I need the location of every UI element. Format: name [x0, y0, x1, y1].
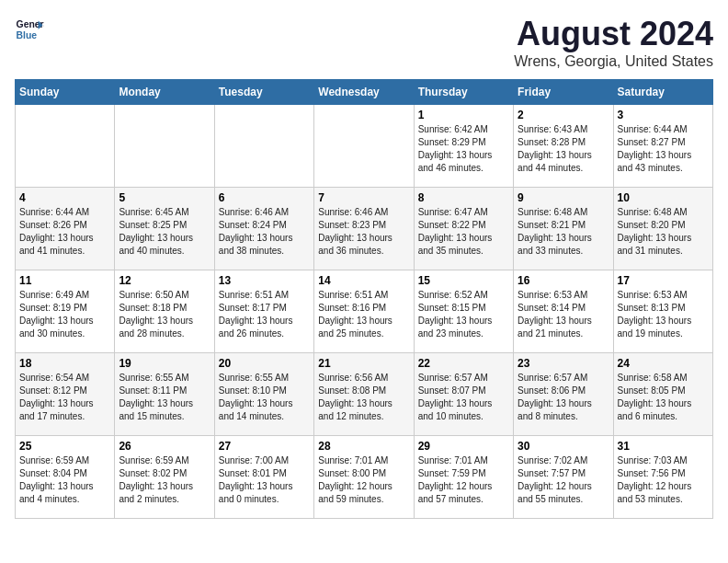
- day-detail: Sunrise: 6:50 AM Sunset: 8:18 PM Dayligh…: [119, 289, 210, 340]
- header-day-thursday: Thursday: [414, 80, 513, 105]
- day-number: 6: [219, 191, 310, 204]
- week-row-1: 4Sunrise: 6:44 AM Sunset: 8:26 PM Daylig…: [16, 188, 713, 270]
- header-day-sunday: Sunday: [16, 80, 115, 105]
- header-day-monday: Monday: [115, 80, 214, 105]
- week-row-0: 1Sunrise: 6:42 AM Sunset: 8:29 PM Daylig…: [16, 105, 713, 188]
- day-detail: Sunrise: 6:42 AM Sunset: 8:29 PM Dayligh…: [418, 123, 509, 175]
- day-detail: Sunrise: 6:47 AM Sunset: 8:22 PM Dayligh…: [418, 206, 509, 258]
- calendar-cell: [214, 105, 313, 188]
- day-detail: Sunrise: 7:03 AM Sunset: 7:56 PM Dayligh…: [618, 454, 709, 506]
- day-number: 22: [418, 357, 509, 370]
- week-row-3: 18Sunrise: 6:54 AM Sunset: 8:12 PM Dayli…: [16, 353, 713, 436]
- day-number: 8: [418, 191, 509, 204]
- day-detail: Sunrise: 6:55 AM Sunset: 8:10 PM Dayligh…: [219, 372, 310, 423]
- day-detail: Sunrise: 6:44 AM Sunset: 8:26 PM Dayligh…: [19, 206, 110, 258]
- calendar-cell: 27Sunrise: 7:00 AM Sunset: 8:01 PM Dayli…: [214, 436, 313, 519]
- day-detail: Sunrise: 6:49 AM Sunset: 8:19 PM Dayligh…: [19, 289, 110, 340]
- day-detail: Sunrise: 6:57 AM Sunset: 8:06 PM Dayligh…: [518, 372, 609, 423]
- day-detail: Sunrise: 6:52 AM Sunset: 8:15 PM Dayligh…: [418, 289, 509, 340]
- day-detail: Sunrise: 7:02 AM Sunset: 7:57 PM Dayligh…: [518, 454, 609, 506]
- calendar-cell: 16Sunrise: 6:53 AM Sunset: 8:14 PM Dayli…: [514, 270, 613, 353]
- calendar-cell: 3Sunrise: 6:44 AM Sunset: 8:27 PM Daylig…: [613, 105, 712, 188]
- day-detail: Sunrise: 7:01 AM Sunset: 8:00 PM Dayligh…: [318, 454, 409, 506]
- day-detail: Sunrise: 6:59 AM Sunset: 8:04 PM Dayligh…: [19, 454, 110, 506]
- calendar-cell: 31Sunrise: 7:03 AM Sunset: 7:56 PM Dayli…: [613, 436, 712, 519]
- day-detail: Sunrise: 7:00 AM Sunset: 8:01 PM Dayligh…: [219, 454, 310, 506]
- calendar-cell: 17Sunrise: 6:53 AM Sunset: 8:13 PM Dayli…: [613, 270, 712, 353]
- day-number: 29: [418, 440, 509, 453]
- day-number: 12: [119, 274, 210, 287]
- calendar-cell: 30Sunrise: 7:02 AM Sunset: 7:57 PM Dayli…: [514, 436, 613, 519]
- day-number: 3: [618, 109, 709, 121]
- day-number: 2: [518, 109, 609, 121]
- calendar-cell: 14Sunrise: 6:51 AM Sunset: 8:16 PM Dayli…: [314, 270, 414, 353]
- calendar-cell: 18Sunrise: 6:54 AM Sunset: 8:12 PM Dayli…: [16, 353, 115, 436]
- calendar-cell: 28Sunrise: 7:01 AM Sunset: 8:00 PM Dayli…: [314, 436, 414, 519]
- logo: General Blue: [15, 15, 44, 44]
- day-number: 26: [119, 440, 210, 453]
- calendar-cell: [16, 105, 115, 188]
- calendar-cell: 25Sunrise: 6:59 AM Sunset: 8:04 PM Dayli…: [16, 436, 115, 519]
- day-number: 7: [318, 191, 409, 204]
- calendar-cell: 23Sunrise: 6:57 AM Sunset: 8:06 PM Dayli…: [514, 353, 613, 436]
- day-detail: Sunrise: 6:57 AM Sunset: 8:07 PM Dayligh…: [418, 372, 509, 423]
- header-day-tuesday: Tuesday: [214, 80, 313, 105]
- calendar-cell: [115, 105, 214, 188]
- week-row-4: 25Sunrise: 6:59 AM Sunset: 8:04 PM Dayli…: [16, 436, 713, 519]
- week-row-2: 11Sunrise: 6:49 AM Sunset: 8:19 PM Dayli…: [16, 270, 713, 353]
- day-number: 4: [19, 191, 110, 204]
- calendar-cell: 5Sunrise: 6:45 AM Sunset: 8:25 PM Daylig…: [115, 188, 214, 270]
- day-number: 20: [219, 357, 310, 370]
- day-number: 17: [618, 274, 709, 287]
- calendar-header: SundayMondayTuesdayWednesdayThursdayFrid…: [16, 80, 713, 105]
- svg-text:Blue: Blue: [17, 30, 38, 40]
- day-detail: Sunrise: 6:45 AM Sunset: 8:25 PM Dayligh…: [119, 206, 210, 258]
- day-number: 10: [618, 191, 709, 204]
- day-detail: Sunrise: 6:46 AM Sunset: 8:23 PM Dayligh…: [318, 206, 409, 258]
- day-number: 1: [418, 109, 509, 121]
- day-number: 18: [19, 357, 110, 370]
- calendar-cell: 26Sunrise: 6:59 AM Sunset: 8:02 PM Dayli…: [115, 436, 214, 519]
- calendar-cell: 2Sunrise: 6:43 AM Sunset: 8:28 PM Daylig…: [514, 105, 613, 188]
- header-day-wednesday: Wednesday: [314, 80, 414, 105]
- day-detail: Sunrise: 6:56 AM Sunset: 8:08 PM Dayligh…: [318, 372, 409, 423]
- calendar-cell: 11Sunrise: 6:49 AM Sunset: 8:19 PM Dayli…: [16, 270, 115, 353]
- calendar-cell: 20Sunrise: 6:55 AM Sunset: 8:10 PM Dayli…: [214, 353, 313, 436]
- title-area: August 2024 Wrens, Georgia, United State…: [514, 15, 713, 70]
- day-number: 24: [618, 357, 709, 370]
- calendar-cell: 12Sunrise: 6:50 AM Sunset: 8:18 PM Dayli…: [115, 270, 214, 353]
- calendar-cell: 4Sunrise: 6:44 AM Sunset: 8:26 PM Daylig…: [16, 188, 115, 270]
- calendar-cell: 29Sunrise: 7:01 AM Sunset: 7:59 PM Dayli…: [414, 436, 513, 519]
- day-detail: Sunrise: 6:43 AM Sunset: 8:28 PM Dayligh…: [518, 123, 609, 175]
- header-day-friday: Friday: [514, 80, 613, 105]
- day-number: 27: [219, 440, 310, 453]
- calendar-cell: 6Sunrise: 6:46 AM Sunset: 8:24 PM Daylig…: [214, 188, 313, 270]
- day-number: 28: [318, 440, 409, 453]
- day-number: 16: [518, 274, 609, 287]
- day-detail: Sunrise: 6:44 AM Sunset: 8:27 PM Dayligh…: [618, 123, 709, 175]
- day-number: 5: [119, 191, 210, 204]
- calendar-cell: 10Sunrise: 6:48 AM Sunset: 8:20 PM Dayli…: [613, 188, 712, 270]
- header-day-saturday: Saturday: [613, 80, 712, 105]
- day-number: 25: [19, 440, 110, 453]
- calendar: SundayMondayTuesdayWednesdayThursdayFrid…: [15, 79, 713, 519]
- main-title: August 2024: [514, 15, 713, 53]
- day-number: 19: [119, 357, 210, 370]
- day-detail: Sunrise: 6:59 AM Sunset: 8:02 PM Dayligh…: [119, 454, 210, 506]
- day-detail: Sunrise: 6:51 AM Sunset: 8:17 PM Dayligh…: [219, 289, 310, 340]
- day-detail: Sunrise: 6:51 AM Sunset: 8:16 PM Dayligh…: [318, 289, 409, 340]
- day-number: 21: [318, 357, 409, 370]
- day-number: 14: [318, 274, 409, 287]
- day-number: 31: [618, 440, 709, 453]
- calendar-cell: 22Sunrise: 6:57 AM Sunset: 8:07 PM Dayli…: [414, 353, 513, 436]
- page-header: General Blue August 2024 Wrens, Georgia,…: [15, 15, 713, 70]
- day-detail: Sunrise: 6:58 AM Sunset: 8:05 PM Dayligh…: [618, 372, 709, 423]
- calendar-cell: 15Sunrise: 6:52 AM Sunset: 8:15 PM Dayli…: [414, 270, 513, 353]
- day-number: 11: [19, 274, 110, 287]
- calendar-cell: [314, 105, 414, 188]
- day-number: 9: [518, 191, 609, 204]
- calendar-cell: 7Sunrise: 6:46 AM Sunset: 8:23 PM Daylig…: [314, 188, 414, 270]
- subtitle: Wrens, Georgia, United States: [514, 53, 713, 70]
- calendar-cell: 8Sunrise: 6:47 AM Sunset: 8:22 PM Daylig…: [414, 188, 513, 270]
- day-number: 30: [518, 440, 609, 453]
